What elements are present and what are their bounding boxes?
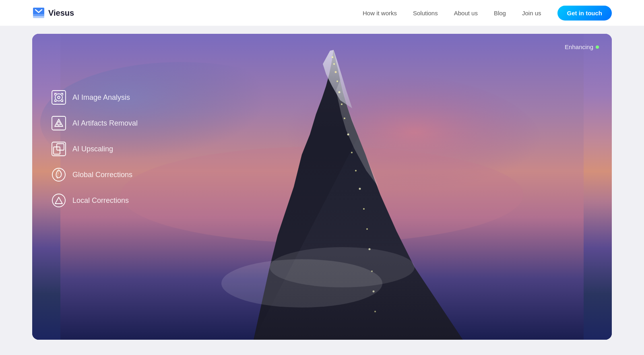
nav-join-us[interactable]: Join us — [522, 10, 541, 17]
svg-point-14 — [347, 134, 349, 136]
svg-point-10 — [336, 80, 338, 82]
menu-label-global-corrections: Global Corrections — [72, 171, 132, 179]
svg-point-18 — [363, 208, 365, 210]
svg-marker-39 — [55, 197, 62, 204]
svg-point-15 — [351, 152, 353, 153]
svg-point-28 — [58, 96, 60, 99]
svg-rect-29 — [52, 116, 66, 130]
menu-label-ai-upscaling: AI Upscaling — [72, 145, 113, 153]
menu-label-ai-image-analysis: AI Image Analysis — [72, 93, 130, 102]
menu-item-local-corrections[interactable]: Local Corrections — [52, 193, 138, 208]
enhancing-status-dot — [596, 45, 599, 49]
ai-upscaling-icon — [52, 142, 66, 156]
ai-image-analysis-icon — [52, 90, 66, 105]
nav-how-it-works[interactable]: How it works — [363, 10, 397, 17]
svg-point-25 — [270, 247, 415, 287]
nav-about-us[interactable]: About us — [454, 10, 478, 17]
svg-point-19 — [366, 228, 368, 230]
menu-item-global-corrections[interactable]: Global Corrections — [52, 167, 138, 182]
menu-item-ai-artifacts-removal[interactable]: AI Artifacts Removal — [52, 116, 138, 130]
svg-point-17 — [359, 188, 361, 190]
ai-artifacts-removal-icon — [52, 116, 66, 130]
local-corrections-icon — [52, 193, 66, 208]
svg-point-13 — [344, 118, 345, 119]
logo-text: Viesus — [48, 8, 74, 18]
viesus-logo-icon — [32, 8, 45, 18]
svg-rect-33 — [52, 142, 66, 156]
cta-button[interactable]: Get in touch — [557, 6, 612, 21]
svg-point-27 — [55, 94, 62, 101]
svg-point-9 — [335, 71, 337, 73]
svg-point-16 — [355, 170, 357, 171]
nav-solutions[interactable]: Solutions — [413, 10, 438, 17]
enhancing-badge: Enhancing — [565, 43, 599, 50]
menu-label-ai-artifacts-removal: AI Artifacts Removal — [72, 119, 138, 128]
svg-point-11 — [339, 91, 341, 93]
navbar: Viesus How it works Solutions About us B… — [0, 0, 644, 26]
svg-rect-26 — [52, 91, 66, 104]
nav-blog[interactable]: Blog — [494, 10, 506, 17]
hero-section: Enhancing AI Image Analysis — [32, 34, 612, 340]
svg-rect-2 — [33, 8, 44, 14]
svg-point-12 — [341, 103, 343, 105]
svg-point-38 — [52, 194, 65, 207]
sidebar-menu: AI Image Analysis AI Artifacts Removal — [52, 90, 138, 208]
global-corrections-icon — [52, 167, 66, 182]
svg-point-23 — [374, 311, 376, 312]
svg-point-7 — [332, 56, 333, 58]
logo[interactable]: Viesus — [32, 8, 74, 18]
svg-point-8 — [333, 63, 335, 65]
nav-links: How it works Solutions About us Blog Joi… — [363, 6, 612, 21]
menu-item-ai-image-analysis[interactable]: AI Image Analysis — [52, 90, 138, 105]
enhancing-label: Enhancing — [565, 43, 593, 50]
menu-item-ai-upscaling[interactable]: AI Upscaling — [52, 142, 138, 156]
menu-label-local-corrections: Local Corrections — [72, 196, 129, 205]
